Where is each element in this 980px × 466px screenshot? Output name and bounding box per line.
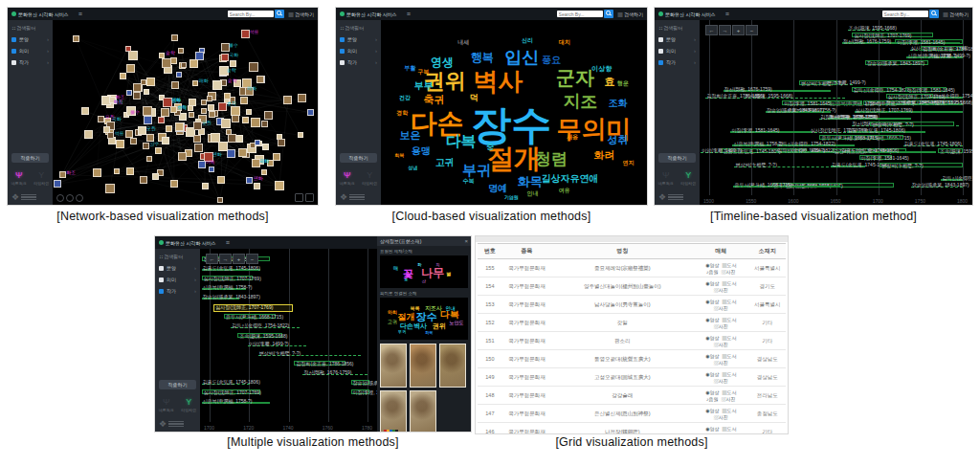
artifact-node[interactable] bbox=[255, 140, 260, 145]
artifact-node[interactable] bbox=[143, 143, 149, 149]
timeline-bar[interactable]: 심사정(沈師正, 1707-1769) bbox=[202, 389, 260, 394]
artifact-node[interactable] bbox=[126, 167, 134, 175]
artifact-node[interactable] bbox=[189, 112, 194, 118]
cloud-word[interactable]: 신리 bbox=[522, 37, 533, 43]
menu-toggle-icon[interactable]: ≡ bbox=[226, 239, 230, 246]
artifact-node[interactable] bbox=[126, 64, 135, 73]
cloud-word[interactable]: 명예 bbox=[488, 184, 507, 193]
artifact-node[interactable] bbox=[84, 130, 93, 139]
cloud-word[interactable]: 화목 bbox=[426, 331, 434, 335]
artifact-node[interactable] bbox=[231, 106, 240, 116]
cloud-word[interactable]: 부활 bbox=[405, 65, 416, 71]
timeline-bar[interactable]: 변상벽(卞相璧, ?-?) bbox=[799, 80, 837, 85]
timeline-bar[interactable]: 윤두서(尹斗緖, 1668-1715) bbox=[224, 314, 276, 319]
timeline-bar[interactable]: 심사정(沈師正, 1707-1769) bbox=[852, 33, 933, 37]
artifact-node[interactable] bbox=[264, 111, 273, 120]
timeline-bar[interactable]: 이징(李澄, 1581-1645) bbox=[730, 128, 812, 133]
search-mode-label[interactable]: ▤ 검색하기 bbox=[289, 11, 314, 17]
artifact-node[interactable] bbox=[218, 142, 228, 151]
apply-button[interactable]: 적용하기 bbox=[159, 380, 196, 389]
artifact-node[interactable] bbox=[170, 180, 178, 188]
timeline-bar[interactable]: 심사정(沈師正, 1707-1769) bbox=[855, 108, 963, 113]
cloud-word[interactable]: 다손벽사 bbox=[400, 322, 427, 329]
checkbox[interactable] bbox=[11, 37, 16, 42]
timeline-bar[interactable]: 이암(李巖, 1499-?) bbox=[701, 148, 767, 153]
timeline-bar[interactable]: 김홍도(金弘道, 1745-1806) bbox=[847, 128, 925, 133]
timeline-bar[interactable]: 조속(趙涑, 1595-1668) bbox=[938, 148, 963, 153]
cloud-word[interactable]: 회복 bbox=[394, 152, 404, 157]
timeline-bar[interactable]: 김홍도(金弘道, 1745-1806) bbox=[202, 266, 260, 271]
filter-item-meaning[interactable]: 의미 › bbox=[336, 45, 381, 56]
cloud-word[interactable]: 절개 bbox=[398, 312, 415, 321]
search-mode-label[interactable]: ▤ 검색하기 bbox=[944, 11, 969, 17]
artifact-node[interactable] bbox=[176, 72, 182, 78]
cloud-word[interactable]: 군자 bbox=[556, 68, 594, 87]
search-button[interactable] bbox=[275, 10, 284, 18]
cloud-word[interactable]: 화목 bbox=[518, 174, 543, 187]
artifact-node[interactable] bbox=[81, 107, 89, 115]
timeline-bar[interactable]: 김홍도(金弘道, 1745-1806) bbox=[903, 142, 963, 146]
cloud-word[interactable]: 고귀 bbox=[435, 158, 455, 167]
artifact-node[interactable] bbox=[105, 184, 115, 193]
artifact-node[interactable] bbox=[125, 130, 133, 138]
zoom-controls[interactable] bbox=[56, 194, 83, 202]
cloud-word[interactable]: 고귀 bbox=[388, 319, 397, 323]
cloud-word[interactable]: 지 bbox=[436, 263, 440, 267]
artifact-node[interactable] bbox=[181, 62, 187, 68]
artifact-node[interactable] bbox=[162, 58, 171, 68]
network-view-toggle[interactable]: Ψ 네트워크 bbox=[340, 171, 355, 186]
artifact-node[interactable] bbox=[120, 73, 126, 79]
artifact-node[interactable] bbox=[261, 121, 268, 127]
timeline-bar[interactable]: 신윤복(申潤福, 1758-?) bbox=[202, 399, 271, 404]
artifact-node[interactable] bbox=[93, 168, 101, 177]
artifact-node[interactable] bbox=[98, 116, 104, 122]
cloud-word[interactable]: 보은 bbox=[400, 129, 421, 140]
artifact-node[interactable] bbox=[201, 100, 207, 105]
cloud-word[interactable]: 중 bbox=[486, 144, 494, 151]
artifact-node[interactable] bbox=[143, 106, 152, 116]
filter-item-meaning[interactable]: 의미 › bbox=[8, 45, 53, 56]
chevron-right-icon[interactable]: › bbox=[375, 59, 377, 65]
artifact-node[interactable] bbox=[125, 46, 131, 52]
timeline-bar[interactable]: 김정희(金正喜, 1786-1856) bbox=[294, 361, 345, 366]
filter-item-pattern[interactable]: 문양 › bbox=[155, 262, 200, 274]
network-canvas[interactable]: 모란연화매화국화송학화조산수까치석류불수어해호작모란연화매화국화송학화조산수까치… bbox=[53, 20, 318, 205]
artifact-node[interactable] bbox=[249, 62, 258, 72]
artifact-node[interactable] bbox=[275, 181, 284, 190]
filter-item-artist[interactable]: 작가 › bbox=[8, 56, 53, 68]
filter-item-artist[interactable]: 작가 › bbox=[655, 56, 700, 68]
table-row[interactable]: 153국가무형문화재남사당놀이(男寺黨놀이)◉영상▤도서▨사진서울특별시 bbox=[478, 296, 786, 314]
timeline-bar[interactable]: 조속(趙涑, 1595-1668) bbox=[924, 100, 963, 105]
painting-thumbnail[interactable] bbox=[380, 344, 407, 388]
apply-button[interactable]: 적용하기 bbox=[11, 153, 49, 163]
close-icon[interactable]: × bbox=[464, 238, 468, 244]
table-row[interactable]: 147국가무형문화재은산별신제(恩山別神祭)◉영상▤도서▨사진충청남도 bbox=[478, 405, 786, 423]
timeline-bar[interactable]: 심사정(沈師正, 1707-1769) bbox=[886, 94, 934, 99]
artifact-node[interactable] bbox=[146, 78, 155, 86]
artifact-node[interactable] bbox=[128, 51, 138, 60]
table-row[interactable]: 148국가무형문화재강강술래◉영상▤도서♪음원▨사진전라남도 bbox=[478, 387, 786, 405]
timeline-bar[interactable]: 이징(李澄, 1581-1645) bbox=[859, 155, 893, 160]
table-row[interactable]: 152국가무형문화재갓일◉영상▤도서▨사진기타 bbox=[478, 314, 786, 332]
artifact-node[interactable] bbox=[144, 89, 149, 95]
artifact-node[interactable] bbox=[193, 135, 201, 143]
artifact-node[interactable] bbox=[217, 197, 223, 203]
artifact-node[interactable] bbox=[171, 81, 179, 89]
chevron-right-icon[interactable]: › bbox=[694, 36, 696, 42]
artifact-node[interactable] bbox=[189, 59, 198, 68]
column-header[interactable]: 매체 bbox=[693, 244, 748, 259]
cloud-word[interactable]: 행복 bbox=[471, 52, 494, 63]
chevron-right-icon[interactable]: › bbox=[47, 48, 49, 54]
table-row[interactable]: 149국가무형문화재고성오광대(固城五廣大)◉영상▤도서▨사진경상남도 bbox=[478, 368, 786, 387]
search-input[interactable] bbox=[228, 11, 274, 17]
artifact-node[interactable] bbox=[171, 34, 178, 41]
search-button[interactable] bbox=[604, 10, 613, 18]
filter-item-artist[interactable]: 작가 › bbox=[336, 56, 381, 68]
checkbox[interactable] bbox=[658, 60, 663, 65]
checkbox[interactable] bbox=[658, 49, 663, 54]
timeline-bar[interactable]: 장승업(張承業, 1843-1897) bbox=[202, 295, 239, 300]
zoom-out-button[interactable]: − bbox=[246, 254, 258, 264]
cloud-word[interactable]: 구복 bbox=[417, 69, 429, 75]
zoom-out-button[interactable]: − bbox=[746, 25, 758, 35]
artifact-node[interactable] bbox=[133, 92, 141, 100]
